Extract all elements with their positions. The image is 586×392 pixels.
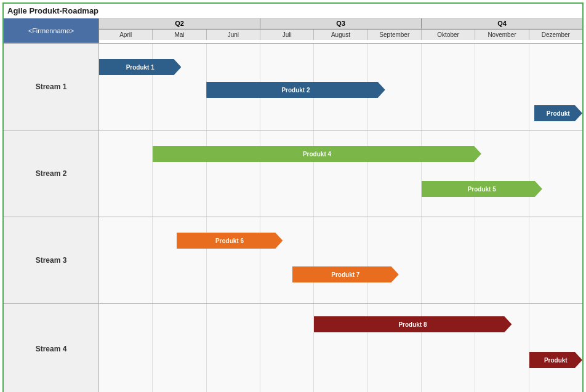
grid-col: [368, 130, 422, 217]
grid-col: [529, 130, 582, 217]
bar-produkt2: Produkt 2: [206, 82, 385, 98]
grid-col: [368, 217, 422, 303]
grid-col: [153, 44, 206, 130]
grid-col: [207, 304, 260, 392]
month-august: August: [314, 30, 367, 40]
bar-produkt8: Produkt 8: [314, 316, 512, 332]
stream-row-1: Stream 1 Produkt 1: [4, 43, 582, 130]
grid-col: [475, 44, 529, 130]
grid-col: [529, 217, 582, 303]
bar-bg: [529, 352, 582, 368]
quarter-q3: Q3: [260, 18, 422, 29]
stream-row-2: Stream 2 Produkt 4: [4, 130, 582, 217]
header-area: <Firmenname> Q2 Q3 Q4 April Mai Juni Jul…: [4, 18, 582, 43]
grid-col: [99, 304, 153, 392]
grid-col: [99, 44, 153, 130]
stream-label-1: Stream 1: [4, 44, 99, 130]
bar-bg: [314, 316, 512, 332]
stream-row-4: Stream 4 Produkt 8: [4, 303, 582, 392]
grid-col: [260, 130, 314, 217]
grid-col: [529, 304, 582, 392]
page-title: Agile Produkt-Roadmap: [7, 6, 98, 15]
timeline-stream-2: Produkt 4 Produkt 5: [99, 130, 582, 217]
bar-bg: [534, 105, 583, 121]
bar-produkt4: Produkt 4: [153, 146, 481, 162]
grid-col: [207, 130, 260, 217]
grid-col: [99, 130, 153, 217]
roadmap-body: <Firmenname> Q2 Q3 Q4 April Mai Juni Jul…: [4, 18, 582, 392]
grid-col: [260, 304, 314, 392]
grid-lines-3: [99, 217, 582, 303]
timeline-stream-4: Produkt 8 Produkt: [99, 304, 582, 392]
bar-bg: [153, 146, 481, 162]
roadmap-outer: Agile Produkt-Roadmap <Firmenname> Q2 Q3…: [2, 2, 584, 392]
month-november: November: [475, 30, 529, 40]
month-juli: Juli: [260, 30, 314, 40]
timeline-header: Q2 Q3 Q4 April Mai Juni Juli August Sept…: [99, 18, 582, 43]
quarter-q2: Q2: [99, 18, 260, 29]
grid-col: [314, 130, 367, 217]
grid-col: [422, 217, 475, 303]
grid-col: [475, 217, 529, 303]
company-label: <Firmenname>: [4, 18, 99, 43]
bar-produkt7: Produkt 7: [292, 266, 399, 282]
bar-produkt3: Produkt: [534, 105, 583, 121]
timeline-stream-1: Produkt 1 Produkt 2 Produkt: [99, 44, 582, 130]
month-mai: Mai: [153, 30, 206, 40]
bar-bg: [177, 233, 283, 249]
grid-col: [207, 217, 260, 303]
month-row: April Mai Juni Juli August September Okt…: [99, 30, 582, 40]
month-april: April: [99, 30, 153, 40]
bar-bg: [99, 59, 181, 75]
grid-col: [314, 217, 367, 303]
grid-col: [422, 44, 475, 130]
title-bar: Agile Produkt-Roadmap: [4, 4, 582, 18]
timeline-stream-3: Produkt 6 Produkt 7: [99, 217, 582, 303]
stream-label-4: Stream 4: [4, 304, 99, 392]
month-juni: Juni: [207, 30, 260, 40]
quarter-q4: Q4: [422, 18, 582, 29]
grid-col: [153, 217, 206, 303]
grid-col: [260, 217, 314, 303]
grid-col: [153, 130, 206, 217]
bar-produkt9: Produkt: [529, 352, 582, 368]
bar-bg: [292, 266, 399, 282]
bar-produkt5: Produkt 5: [422, 181, 542, 197]
stream-label-3: Stream 3: [4, 217, 99, 303]
grid-col: [422, 130, 475, 217]
bar-bg: [422, 181, 542, 197]
grid-lines-2: [99, 130, 582, 217]
stream-row-3: Stream 3 Produkt 6: [4, 217, 582, 303]
bar-bg: [206, 82, 385, 98]
grid-col: [153, 304, 206, 392]
grid-col: [99, 217, 153, 303]
month-dezember: Dezember: [529, 30, 582, 40]
quarter-row: Q2 Q3 Q4: [99, 18, 582, 30]
bar-produkt6: Produkt 6: [177, 233, 283, 249]
bar-produkt1: Produkt 1: [99, 59, 181, 75]
stream-label-2: Stream 2: [4, 130, 99, 217]
month-september: September: [368, 30, 422, 40]
grid-col: [475, 130, 529, 217]
month-oktober: Oktober: [422, 30, 475, 40]
